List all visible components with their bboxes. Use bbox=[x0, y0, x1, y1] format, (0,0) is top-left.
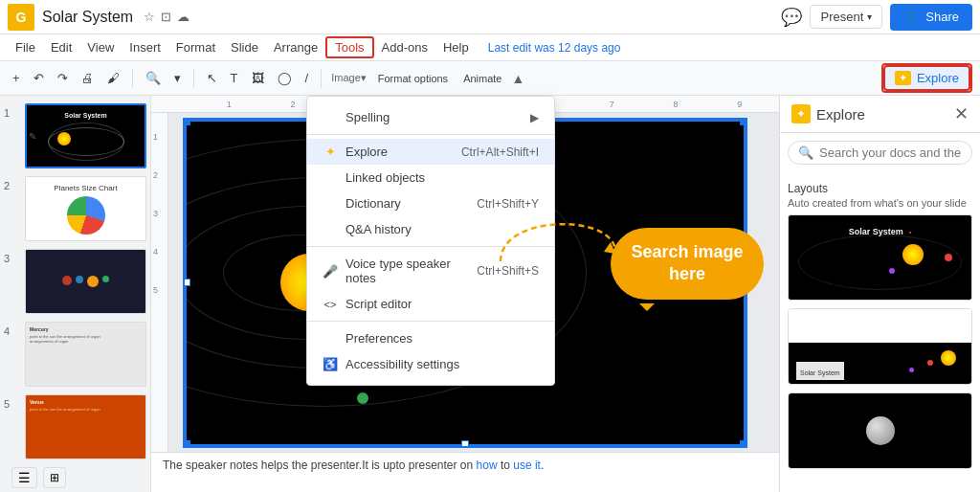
explore-close-button[interactable]: ✕ bbox=[954, 103, 969, 124]
slide-thumb-1: Solar System ✎ bbox=[25, 103, 146, 168]
layout-card-1[interactable]: Solar System • bbox=[788, 214, 972, 301]
last-edit[interactable]: Last edit was 12 days ago bbox=[488, 41, 621, 55]
slide-1-edit-icon: ✎ bbox=[29, 131, 36, 142]
menu-help[interactable]: Help bbox=[435, 38, 477, 56]
explore-menu-icon: ✦ bbox=[323, 145, 338, 159]
textbox-button[interactable]: T bbox=[226, 68, 243, 88]
history-icon[interactable]: ⊡ bbox=[161, 10, 171, 24]
search-icon: 🔍 bbox=[798, 145, 813, 160]
collapse-button[interactable]: ▲ bbox=[511, 71, 524, 86]
titlebar-right: 💬 Present ▾ 👤 Share bbox=[781, 4, 972, 31]
zoom-arrow[interactable]: ▾ bbox=[169, 68, 186, 88]
titlebar: G Solar System ☆ ⊡ ☁ 💬 Present ▾ 👤 Share bbox=[0, 0, 980, 34]
ruler-num-8: 8 bbox=[644, 100, 708, 109]
notes-text-1: The speaker notes helps the presenter.It… bbox=[163, 458, 477, 472]
spelling-arrow: ▶ bbox=[530, 111, 539, 124]
menu-insert[interactable]: Insert bbox=[122, 38, 168, 56]
image-label: Image▾ bbox=[331, 72, 367, 84]
layout-card-3-moon bbox=[866, 416, 895, 445]
slide-item-2[interactable]: 2 Planets Size Chart bbox=[4, 176, 146, 241]
menu-slide[interactable]: Slide bbox=[223, 38, 266, 56]
layouts-label: Layouts bbox=[788, 182, 972, 195]
app-icon-letter: G bbox=[16, 10, 27, 25]
rv-2: 2 bbox=[153, 170, 158, 180]
redo-arrow[interactable]: ↷ bbox=[53, 68, 73, 88]
slide-item-3[interactable]: 3 bbox=[4, 249, 146, 314]
slide-panel: 1 Solar System ✎ 2 bbox=[0, 96, 151, 492]
menu-tools[interactable]: Tools bbox=[325, 36, 373, 58]
slide-num-4: 4 bbox=[4, 325, 21, 337]
slide-num-1: 1 bbox=[4, 107, 21, 119]
undo-button[interactable]: + bbox=[8, 68, 25, 88]
list-view-button[interactable]: ☰ bbox=[11, 467, 37, 488]
menu-explore[interactable]: ✦ Explore Ctrl+Alt+Shift+I bbox=[307, 139, 554, 165]
menu-addons[interactable]: Add-ons bbox=[374, 38, 435, 56]
slide-notes: The speaker notes helps the presenter.It… bbox=[151, 452, 779, 492]
handle-tr[interactable] bbox=[740, 118, 747, 125]
person-icon: 👤 bbox=[903, 10, 920, 25]
notes-text-3: . bbox=[541, 458, 544, 472]
notes-link-how[interactable]: how bbox=[477, 458, 498, 472]
slide-1-title: Solar System bbox=[48, 112, 124, 119]
line-button[interactable]: / bbox=[301, 68, 314, 88]
rv-1: 1 bbox=[153, 132, 158, 142]
paintformat-button[interactable]: 🖌 bbox=[102, 68, 124, 88]
qa-label: Q&A history bbox=[345, 222, 412, 236]
main-area: 1 Solar System ✎ 2 bbox=[0, 96, 980, 492]
menu-group-4: Preferences ♿ Accessibility settings bbox=[307, 321, 554, 381]
share-button[interactable]: 👤 Share bbox=[890, 4, 972, 31]
present-label: Present bbox=[820, 10, 863, 24]
toolbar-sep-2 bbox=[193, 69, 194, 88]
menu-script[interactable]: <> Script editor bbox=[307, 291, 554, 317]
undo-arrow[interactable]: ↶ bbox=[29, 68, 49, 88]
layout-1-orbit bbox=[798, 235, 962, 290]
layout-card-2[interactable]: Solar System bbox=[788, 308, 972, 385]
image-button[interactable]: 🖼 bbox=[247, 68, 269, 88]
menu-arrange[interactable]: Arrange bbox=[266, 38, 325, 56]
notes-link-use[interactable]: use it bbox=[513, 458, 541, 472]
menu-file[interactable]: File bbox=[8, 38, 43, 56]
menu-view[interactable]: View bbox=[79, 38, 122, 56]
rv-4: 4 bbox=[153, 247, 158, 257]
linked-label: Linked objects bbox=[345, 170, 425, 185]
script-icon: <> bbox=[323, 299, 338, 310]
print-button[interactable]: 🖨 bbox=[77, 68, 99, 88]
cloud-icon[interactable]: ☁ bbox=[177, 10, 189, 24]
a11y-icon: ♿ bbox=[323, 357, 338, 371]
menu-linked-objects[interactable]: Linked objects bbox=[307, 165, 554, 190]
menu-format[interactable]: Format bbox=[168, 38, 223, 56]
slide-item-1[interactable]: 1 Solar System ✎ bbox=[4, 103, 146, 168]
tooltip-text: Search image here bbox=[631, 242, 743, 283]
cursor-button[interactable]: ↖ bbox=[202, 68, 222, 88]
menu-spelling[interactable]: Spelling ▶ bbox=[307, 104, 554, 130]
handle-br[interactable] bbox=[740, 440, 747, 448]
spelling-label: Spelling bbox=[345, 110, 390, 124]
toolbar: + ↶ ↷ 🖨 🖌 🔍 ▾ ↖ T 🖼 ◯ / Image▾ Format op… bbox=[0, 61, 980, 96]
explore-search-input[interactable] bbox=[819, 145, 962, 160]
handle-tl[interactable] bbox=[183, 118, 190, 125]
layout-card-3-bg bbox=[789, 393, 971, 468]
menubar: File Edit View Insert Format Slide Arran… bbox=[0, 34, 980, 61]
menu-preferences[interactable]: Preferences bbox=[307, 325, 554, 351]
slide-thumb-5: Venus point to the sun the arrangement o… bbox=[25, 394, 146, 459]
explore-content: Layouts Auto created from what's on your… bbox=[780, 172, 980, 492]
handle-bottom[interactable] bbox=[461, 440, 469, 448]
grid-view-button[interactable]: ⊞ bbox=[43, 467, 66, 488]
slide-item-5[interactable]: 5 Venus point to the sun the arrangement… bbox=[4, 394, 146, 459]
slide-item-4[interactable]: 4 Mercury point to the sun the arrangeme… bbox=[4, 322, 146, 387]
zoom-button[interactable]: 🔍 bbox=[141, 68, 166, 88]
star-icon[interactable]: ☆ bbox=[144, 10, 155, 24]
present-button[interactable]: Present ▾ bbox=[810, 5, 882, 29]
menu-accessibility[interactable]: ♿ Accessibility settings bbox=[307, 351, 554, 377]
layout-card-3[interactable] bbox=[788, 392, 972, 469]
ruler-num-9: 9 bbox=[707, 100, 771, 109]
menu-edit[interactable]: Edit bbox=[43, 38, 79, 56]
handle-bl[interactable] bbox=[183, 440, 190, 448]
explore-panel-button[interactable]: ✦ Explore bbox=[883, 65, 970, 91]
comment-button[interactable]: 💬 bbox=[781, 7, 802, 28]
shapes-button[interactable]: ◯ bbox=[273, 68, 297, 88]
explore-search-box[interactable]: 🔍 bbox=[788, 141, 972, 165]
explore-title-text: Explore bbox=[816, 106, 865, 123]
slide-2-chart bbox=[67, 196, 105, 235]
slide-view-controls: ☰ ⊞ bbox=[4, 467, 146, 488]
